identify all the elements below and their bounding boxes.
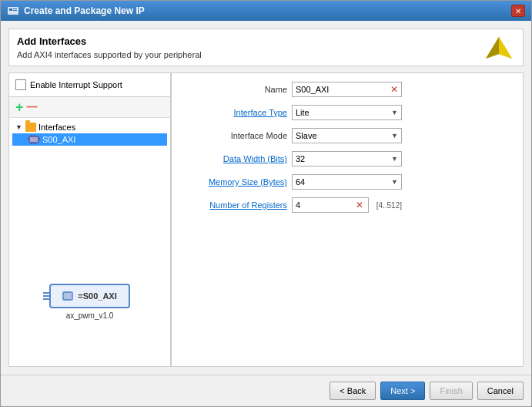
svg-rect-12: [28, 138, 29, 140]
interface-type-label[interactable]: Interface Type: [179, 108, 287, 117]
svg-rect-10: [31, 143, 32, 144]
footer: < Back Next > Finish Cancel: [1, 375, 531, 406]
close-button[interactable]: ✕: [511, 5, 525, 17]
vivado-logo: [483, 34, 515, 69]
ip-block-ports: [43, 292, 49, 300]
svg-rect-16: [68, 291, 69, 293]
svg-rect-3: [13, 10, 17, 11]
remove-interface-button[interactable]: —: [27, 101, 38, 112]
name-row: Name S00_AXI ✕: [179, 81, 402, 98]
memory-size-select[interactable]: 64 ▼: [292, 174, 402, 190]
folder-icon: [25, 123, 36, 132]
window-icon: [7, 5, 19, 17]
svg-marker-6: [486, 37, 499, 59]
name-value: S00_AXI: [296, 85, 390, 94]
data-width-arrow-icon: ▼: [391, 155, 398, 163]
svg-rect-8: [31, 135, 32, 136]
section-title: Add Interfaces: [17, 35, 515, 47]
interface-icon: [28, 135, 40, 144]
interface-mode-row: Interface Mode Slave ▼: [179, 127, 402, 144]
tree-item-s00axi[interactable]: S00_AXI: [12, 133, 167, 146]
port-line-1: [43, 292, 49, 294]
num-registers-clear-icon[interactable]: ✕: [356, 200, 363, 210]
main-window: Create and Package New IP ✕ Add Interfac…: [0, 0, 532, 407]
diagram-area: =S00_AXI ax_pwm_v1.0: [9, 237, 170, 366]
svg-rect-13: [38, 138, 40, 140]
interface-chip-icon: [28, 135, 40, 144]
block-chip-icon: [62, 291, 73, 301]
port-line-2: [43, 295, 49, 297]
svg-rect-2: [13, 8, 17, 9]
svg-rect-7: [29, 136, 38, 143]
tree-toolbar: + —: [9, 97, 170, 118]
svg-rect-18: [68, 299, 69, 301]
title-bar: Create and Package New IP ✕: [1, 1, 531, 21]
svg-rect-1: [9, 8, 12, 11]
tree-expand-icon[interactable]: ▼: [15, 123, 22, 131]
memory-size-value: 64: [296, 177, 305, 187]
interrupt-label: Enable Interrupt Support: [30, 80, 122, 89]
interface-mode-select[interactable]: Slave ▼: [292, 128, 402, 143]
data-width-value: 32: [296, 154, 305, 163]
header-section: Add Interfaces Add AXI4 interfaces suppo…: [8, 29, 524, 66]
svg-rect-15: [65, 291, 66, 293]
num-registers-range: [4..512]: [376, 201, 402, 210]
finish-button[interactable]: Finish: [430, 382, 472, 400]
interrupt-support-row: Enable Interrupt Support: [9, 73, 170, 97]
next-label: Next >: [390, 386, 415, 395]
name-input-wrapper: S00_AXI ✕: [292, 82, 402, 97]
main-area: Enable Interrupt Support + — ▼ Interface…: [8, 72, 524, 367]
num-registers-value: 4: [296, 200, 356, 210]
interface-mode-value: Slave: [296, 131, 317, 140]
interface-type-arrow-icon: ▼: [391, 109, 398, 116]
memory-size-label[interactable]: Memory Size (Bytes): [179, 177, 287, 187]
right-panel: Name S00_AXI ✕ Interface Type Lite ▼: [171, 73, 410, 366]
logo-svg: [483, 34, 515, 66]
finish-label: Finish: [440, 386, 462, 395]
num-registers-input[interactable]: 4 ✕: [292, 197, 369, 213]
svg-rect-11: [34, 143, 35, 144]
num-registers-label[interactable]: Number of Registers: [179, 200, 287, 210]
name-clear-icon[interactable]: ✕: [390, 84, 398, 95]
left-panel: Enable Interrupt Support + — ▼ Interface…: [9, 73, 171, 366]
interface-type-select[interactable]: Lite ▼: [292, 105, 402, 120]
svg-rect-17: [65, 299, 66, 301]
window-title: Create and Package New IP: [24, 5, 145, 16]
svg-rect-9: [34, 135, 35, 136]
back-label: < Back: [340, 386, 366, 395]
interface-type-value: Lite: [296, 108, 309, 117]
add-interface-button[interactable]: +: [15, 100, 24, 114]
section-subtitle: Add AXI4 interfaces supported by your pe…: [17, 50, 515, 59]
next-button[interactable]: Next >: [380, 382, 425, 400]
port-line-3: [43, 298, 49, 300]
cancel-label: Cancel: [487, 386, 514, 395]
ip-block-name: =S00_AXI: [78, 291, 116, 301]
interfaces-folder-label: Interfaces: [38, 123, 75, 132]
title-bar-left: Create and Package New IP: [7, 5, 145, 17]
memory-size-arrow-icon: ▼: [391, 178, 398, 186]
data-width-row: Data Width (Bits) 32 ▼: [179, 150, 402, 167]
num-registers-row: Number of Registers 4 ✕ [4..512]: [179, 197, 402, 214]
back-button[interactable]: < Back: [330, 382, 376, 400]
data-width-label[interactable]: Data Width (Bits): [179, 154, 287, 163]
interface-mode-arrow-icon: ▼: [391, 132, 398, 140]
tree-item-label: S00_AXI: [42, 135, 75, 144]
svg-rect-14: [63, 292, 72, 300]
data-width-select[interactable]: 32 ▼: [292, 151, 402, 166]
ip-block: =S00_AXI: [49, 284, 129, 308]
name-label: Name: [179, 85, 287, 94]
interrupt-checkbox[interactable]: [15, 79, 26, 90]
tree-area: ▼ Interfaces: [9, 118, 170, 237]
memory-size-row: Memory Size (Bytes) 64 ▼: [179, 173, 402, 190]
interface-type-row: Interface Type Lite ▼: [179, 104, 402, 121]
interface-mode-label: Interface Mode: [179, 131, 287, 140]
ip-block-label: ax_pwm_v1.0: [66, 311, 114, 320]
tree-folder-interfaces: ▼ Interfaces: [12, 121, 167, 133]
content-area: Add Interfaces Add AXI4 interfaces suppo…: [1, 21, 531, 375]
cancel-button[interactable]: Cancel: [477, 382, 524, 400]
svg-marker-5: [499, 37, 512, 59]
